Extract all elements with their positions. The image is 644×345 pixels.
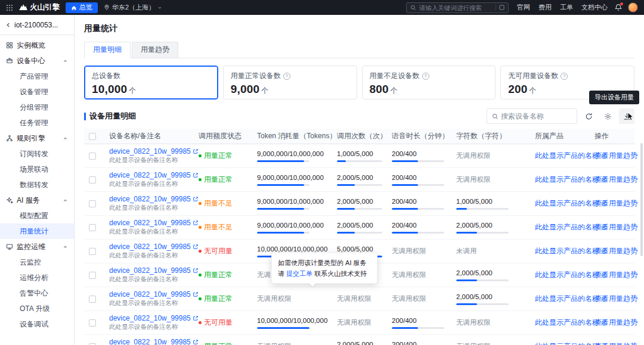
vertical-scrollbar[interactable] xyxy=(640,143,643,256)
usage-progress-bar xyxy=(257,208,309,210)
info-icon[interactable]: ? xyxy=(283,73,290,80)
table-row: device_0822_10w_99985此处显示设备的备注名称用量正常9,00… xyxy=(84,168,634,192)
ai-service-icon xyxy=(6,197,13,204)
row-checkbox[interactable] xyxy=(89,224,96,231)
usage-text: 无调用权限 xyxy=(257,343,292,345)
usage-value: 200/400 xyxy=(392,317,447,324)
sidebar-item-device-center[interactable]: 设备中心 xyxy=(0,53,74,69)
sidebar-item-ops-analysis[interactable]: 运维分析 xyxy=(0,270,74,285)
topbar-link-official-site[interactable]: 官网 xyxy=(517,3,530,12)
device-center-icon xyxy=(6,57,13,64)
sidebar-item-product-management[interactable]: 产品管理 xyxy=(0,69,74,84)
usage-text: 未调用 xyxy=(456,247,477,254)
stat-card-1[interactable]: 总设备数10,000个 xyxy=(84,66,218,100)
user-avatar[interactable] xyxy=(628,2,638,13)
view-usage-trend-link[interactable]: 查看用量趋势 xyxy=(595,270,637,280)
sidebar-item-cloud-monitor[interactable]: 云监控 xyxy=(0,254,74,270)
row-checkbox[interactable] xyxy=(89,296,96,303)
region-selector[interactable]: 华东2（上海） xyxy=(104,3,162,12)
info-icon[interactable]: ? xyxy=(561,73,568,80)
device-name-link[interactable]: device_0822_10w_99985 xyxy=(109,338,199,345)
sidebar-item-group-management[interactable]: 分组管理 xyxy=(0,100,74,115)
device-name-link[interactable]: device_0822_10w_99985 xyxy=(109,195,199,203)
rules-engine-icon xyxy=(6,135,13,142)
sidebar-item-data-forwarding[interactable]: 数据转发 xyxy=(0,177,74,192)
device-name-link[interactable]: device_0822_10w_99985 xyxy=(109,290,199,299)
topbar-link-ticket[interactable]: 工单 xyxy=(560,3,573,12)
device-name-link[interactable]: device_0822_10w_99985 xyxy=(109,314,199,322)
device-name-link[interactable]: device_0822_10w_99985 xyxy=(109,243,199,251)
view-usage-trend-link[interactable]: 查看用量趋势 xyxy=(595,175,637,185)
info-icon[interactable]: ? xyxy=(422,73,429,80)
column-header-1: 设备名称/备注名 xyxy=(104,129,194,144)
topbar-link-billing[interactable]: 费用 xyxy=(538,3,552,12)
usage-progress-bar xyxy=(257,184,309,186)
device-search-input[interactable] xyxy=(501,112,572,120)
sidebar-item-alarm-center[interactable]: 告警中心 xyxy=(0,285,74,301)
chevron-up-icon xyxy=(63,58,68,64)
status-badge: 无可用量 xyxy=(199,318,233,328)
tab-usage-trend[interactable]: 用量趋势 xyxy=(132,42,178,58)
view-usage-trend-link[interactable]: 查看用量趋势 xyxy=(595,198,637,209)
topbar-search[interactable] xyxy=(406,2,509,13)
sidebar-item-instance-overview[interactable]: 实例概览 xyxy=(0,38,74,53)
device-name-link[interactable]: device_0822_10w_99985 xyxy=(109,266,199,275)
sidebar-item-device-management[interactable]: 设备管理 xyxy=(0,84,74,100)
sidebar-item-monitor-ops[interactable]: 监控运维 xyxy=(0,239,74,254)
sidebar-item-device-debug[interactable]: 设备调试 xyxy=(0,316,74,332)
topbar: 火山引擎 总览 华东2（上海） 官网费用工单 xyxy=(0,0,644,15)
view-usage-trend-link[interactable]: 查看用量趋势 xyxy=(595,318,637,328)
submit-ticket-link[interactable]: 提交工单 xyxy=(286,270,312,277)
device-name-link[interactable]: device_0822_10w_99985 xyxy=(109,219,199,227)
view-usage-trend-link[interactable]: 查看用量趋势 xyxy=(595,222,637,232)
sidebar-item-task-management[interactable]: 任务管理 xyxy=(0,115,74,130)
sidebar-item-subscription-forwarding[interactable]: 订阅转发 xyxy=(0,146,74,161)
column-header-5: 语音时长（分钟） xyxy=(387,129,451,144)
select-all-checkbox[interactable] xyxy=(89,133,96,140)
topbar-link-docs-center[interactable]: 文档中心 xyxy=(581,3,608,12)
apps-grid-icon[interactable] xyxy=(6,4,13,11)
sidebar-item-usage-statistics[interactable]: 用量统计 xyxy=(0,223,74,239)
stat-card-label: 无可用量设备数 xyxy=(508,71,558,81)
usage-progress-bar xyxy=(337,160,382,162)
row-checkbox[interactable] xyxy=(89,200,96,207)
usage-text: 无调用权限 xyxy=(392,247,426,254)
usage-value: 2,000/5,000 xyxy=(337,198,382,205)
view-usage-trend-link[interactable]: 查看用量趋势 xyxy=(595,151,637,161)
sidebar-item-model-config[interactable]: 模型配置 xyxy=(0,208,74,223)
status-badge: 用量正常 xyxy=(199,175,233,185)
topbar-search-input[interactable] xyxy=(419,4,493,11)
sidebar-item-rules-engine[interactable]: 规则引擎 xyxy=(0,130,74,146)
usage-value: 2,000/5,000 xyxy=(337,222,382,229)
view-usage-trend-link[interactable]: 查看用量趋势 xyxy=(595,341,637,345)
device-search[interactable] xyxy=(487,108,577,124)
instance-switcher[interactable]: iot-2100053... xyxy=(0,15,74,35)
view-usage-trend-link[interactable]: 查看用量趋势 xyxy=(595,294,637,304)
export-download-button[interactable] xyxy=(619,108,634,124)
stat-card-3[interactable]: 用量不足设备数?800个 xyxy=(362,66,496,100)
table-tools xyxy=(487,108,634,124)
row-checkbox[interactable] xyxy=(89,319,96,327)
row-checkbox[interactable] xyxy=(89,248,96,255)
row-checkbox[interactable] xyxy=(89,153,96,160)
sidebar-item-ota-upgrade[interactable]: OTA 升级 xyxy=(0,301,74,316)
refresh-button[interactable] xyxy=(581,108,596,124)
device-remark: 此处显示设备的备注名称 xyxy=(109,204,189,212)
device-remark: 此处显示设备的备注名称 xyxy=(109,180,189,188)
row-checkbox[interactable] xyxy=(89,272,96,279)
device-name-link[interactable]: device_0822_10w_99985 xyxy=(109,171,199,179)
tab-usage-detail[interactable]: 用量明细 xyxy=(84,42,131,58)
notifications-bell-icon[interactable] xyxy=(615,4,622,11)
volcengine-logo[interactable]: 火山引擎 xyxy=(19,2,60,13)
usage-text: 无调用权限 xyxy=(337,319,371,326)
external-link-icon xyxy=(193,244,199,250)
sidebar-item-scene-linkage[interactable]: 场景联动 xyxy=(0,161,74,177)
overview-nav-button[interactable]: 总览 xyxy=(66,2,98,13)
gear-icon xyxy=(604,113,612,120)
device-name-link[interactable]: device_0822_10w_99985 xyxy=(109,147,199,156)
stat-card-2[interactable]: 用量正常设备数?9,000个 xyxy=(223,66,357,100)
sidebar-item-ai-service[interactable]: AI 服务 xyxy=(0,192,74,208)
row-checkbox[interactable] xyxy=(89,176,96,184)
column-settings-button[interactable] xyxy=(600,108,615,124)
view-usage-trend-link[interactable]: 查看用量趋势 xyxy=(595,246,637,256)
